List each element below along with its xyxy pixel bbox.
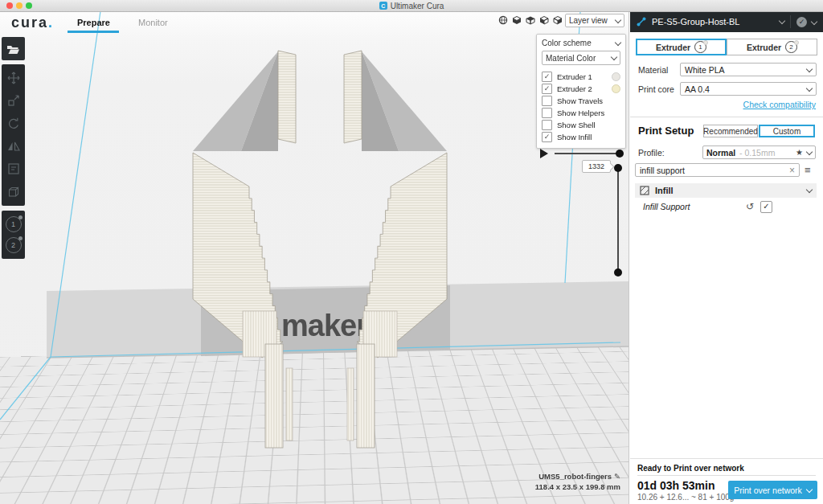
chevron-down-icon <box>615 16 621 23</box>
material-estimate: 10.26 + 12.6... ~ 81 + 100g <box>637 493 734 502</box>
model-name: UMS5_robot-fingers <box>538 472 612 481</box>
print-core-label: Print core <box>638 84 674 94</box>
layer-view-row-extruder2: ✓ Extruder 2 <box>542 83 620 95</box>
print-core-select[interactable]: AA 0.4 <box>680 82 817 96</box>
layer-number-tag[interactable]: 1332 <box>582 160 611 173</box>
print-over-network-button[interactable]: Print over network <box>728 481 817 499</box>
print-job-footer: Ready to Print over network 01d 03h 53mi… <box>630 458 823 504</box>
checkbox[interactable]: ✓ <box>542 84 552 94</box>
chevron-down-icon <box>806 148 813 154</box>
checkbox[interactable] <box>542 120 552 130</box>
model-right-finger[interactable] <box>344 51 447 448</box>
view-3d-icon[interactable] <box>498 15 508 25</box>
camera-view-toolbar <box>498 15 563 25</box>
chevron-down-icon[interactable] <box>806 186 813 193</box>
play-button[interactable] <box>540 149 548 158</box>
view-front-icon[interactable] <box>512 15 522 25</box>
extruder-1-select-button[interactable]: 1 <box>6 216 22 232</box>
extruder-2-material-dot <box>18 236 23 240</box>
printer-name: PE-S5-Group-Host-BL <box>652 17 780 27</box>
view-mode-value: Layer view <box>569 16 608 25</box>
divider <box>790 15 791 28</box>
simulation-slider-handle[interactable] <box>616 150 624 158</box>
profile-label: Profile: <box>638 148 665 158</box>
star-icon[interactable]: ★ <box>796 148 803 157</box>
reset-icon[interactable]: ↺ <box>746 201 754 212</box>
custom-mode-button[interactable]: Custom <box>759 125 815 137</box>
scale-icon <box>7 94 20 107</box>
setting-search-input[interactable] <box>640 166 789 175</box>
settings-panel: PE-S5-Group-Host-BL ✓ Extruder 1 Extrude… <box>630 11 823 504</box>
cura-logo: cura. <box>11 14 54 31</box>
material-select[interactable]: White PLA <box>680 63 817 76</box>
move-tool-button[interactable] <box>5 69 23 87</box>
viewport-3d[interactable]: maker cura. Pre <box>0 11 629 504</box>
check-compatibility-link[interactable]: Check compatibility <box>743 100 816 109</box>
color-scheme-select[interactable]: Material Color <box>542 51 620 65</box>
material-label: Material <box>638 65 668 75</box>
print-setup-title: Print Setup <box>638 125 694 137</box>
window-title: Ultimaker Cura <box>391 2 444 10</box>
window-title-wrap: C Ultimaker Cura <box>0 0 823 11</box>
build-volume-edges <box>0 11 620 420</box>
extruder1-color-swatch <box>612 72 620 81</box>
tab-prepare[interactable]: Prepare <box>77 18 110 27</box>
layer-slider-top-handle[interactable] <box>614 164 622 172</box>
view-mode-select[interactable]: Layer view <box>565 14 624 27</box>
view-right-icon[interactable] <box>553 15 563 25</box>
cura-logo-dot: . <box>48 14 54 31</box>
simulation-slider[interactable] <box>555 153 620 154</box>
infill-category-header[interactable]: Infill <box>635 183 817 198</box>
open-file-button[interactable] <box>2 37 25 60</box>
recommended-mode-button[interactable]: Recommended <box>703 125 758 137</box>
mirror-icon <box>7 140 20 153</box>
extruder-1-material-dot <box>18 215 23 219</box>
extruder-2-tab[interactable]: Extruder 2 <box>727 39 817 55</box>
clear-search-icon[interactable]: × <box>789 166 795 174</box>
chevron-down-icon[interactable] <box>811 18 817 25</box>
view-top-icon[interactable] <box>526 15 535 25</box>
checkbox[interactable] <box>542 108 552 118</box>
mirror-tool-button[interactable] <box>5 137 23 155</box>
scale-tool-button[interactable] <box>5 92 23 109</box>
layer-slider-bottom-handle[interactable] <box>614 268 622 277</box>
buildplate-logo-text: maker <box>281 309 368 342</box>
extruder-2-select-button[interactable]: 2 <box>6 237 22 253</box>
infill-support-setting-row: Infill Support ↺ ✓ <box>643 200 817 213</box>
support-blocker-icon <box>7 186 20 199</box>
rotate-tool-button[interactable] <box>5 115 23 133</box>
printer-ready-status: Ready to Print over network <box>637 464 744 473</box>
layer-view-row-infill: ✓ Show Infill <box>542 131 620 143</box>
settings-menu-icon[interactable]: ≡ <box>805 164 811 176</box>
per-model-settings-icon <box>7 162 20 175</box>
profile-select[interactable]: Normal - 0.15mm ★ <box>702 145 816 159</box>
support-blocker-button[interactable] <box>5 183 23 201</box>
app-icon: C <box>379 2 387 10</box>
move-icon <box>7 72 20 84</box>
model-left-finger[interactable] <box>193 51 296 448</box>
layer-view-row-helpers: Show Helpers <box>542 107 620 119</box>
setting-label: Infill Support <box>643 202 746 211</box>
tab-monitor[interactable]: Monitor <box>138 18 168 27</box>
chevron-down-icon <box>806 486 813 492</box>
printer-status-icon[interactable]: ✓ <box>796 17 807 27</box>
window-titlebar: C Ultimaker Cura <box>0 0 823 12</box>
profile-layer-height: - 0.15mm <box>737 148 794 158</box>
printer-selector[interactable]: PE-S5-Group-Host-BL ✓ <box>630 11 823 32</box>
checkbox[interactable]: ✓ <box>542 132 552 142</box>
rotate-icon <box>7 117 20 130</box>
infill-support-checkbox[interactable]: ✓ <box>760 201 772 213</box>
view-left-icon[interactable] <box>539 15 549 25</box>
checkbox[interactable] <box>542 96 552 106</box>
chevron-down-icon <box>806 84 813 91</box>
checkbox[interactable]: ✓ <box>542 72 552 82</box>
layer-slider[interactable] <box>617 166 619 274</box>
profile-value: Normal <box>706 148 735 158</box>
edit-icon[interactable]: ✎ <box>614 472 620 481</box>
color-scheme-panel: Color scheme Material Color ✓ Extruder 1… <box>536 34 626 149</box>
extruder-select-sidebar: 1 2 <box>2 211 25 259</box>
chevron-down-icon[interactable] <box>615 39 621 45</box>
extruder-1-tab[interactable]: Extruder 1 <box>636 39 727 55</box>
per-model-settings-button[interactable] <box>5 160 23 178</box>
divider <box>637 475 816 476</box>
